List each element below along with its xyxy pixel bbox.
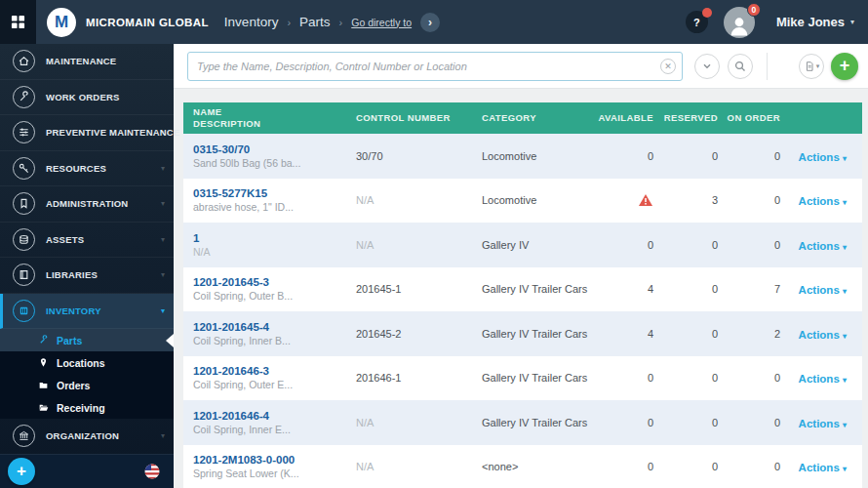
sidebar-item-work-orders[interactable]: WORK ORDERS — [0, 80, 174, 116]
wrench-icon — [13, 86, 35, 108]
chevron-down-icon: ▾ — [843, 198, 847, 207]
go-directly-chevron-icon[interactable]: › — [420, 13, 440, 32]
sidebar-item-maintenance[interactable]: MAINTENANCE — [0, 44, 174, 80]
on-order-count: 0 — [718, 194, 780, 206]
go-directly-link[interactable]: Go directly to — [351, 17, 412, 28]
clear-search-icon[interactable]: ✕ — [660, 59, 676, 74]
sidebar-item-assets[interactable]: ASSETS ▾ — [0, 223, 174, 259]
search-input[interactable] — [187, 52, 683, 81]
sidebar-item-organization[interactable]: ORGANIZATION ▾ — [0, 419, 174, 455]
on-order-count: 0 — [718, 239, 780, 251]
plus-icon: + — [840, 56, 850, 76]
sidebar-item-label: MAINTENANCE — [46, 56, 116, 66]
sidebar-footer: + — [0, 454, 174, 488]
on-order-count: 0 — [718, 372, 780, 384]
actions-menu-button[interactable]: Actions ▾ — [799, 329, 847, 341]
category: Locomotive — [472, 194, 595, 206]
user-menu[interactable]: Mike Jones — [776, 15, 845, 29]
reserved-count: 0 — [653, 417, 718, 428]
sidebar-subitem-receiving[interactable]: Receiving — [0, 396, 174, 419]
column-header-on-order: ON ORDER — [718, 112, 780, 124]
part-name-link[interactable]: 0315-5277K15 — [193, 187, 346, 199]
actions-menu-button[interactable]: Actions ▾ — [799, 462, 847, 473]
parts-table: NAMEDESCRIPTION CONTROL NUMBER CATEGORY … — [183, 102, 862, 488]
help-notification-dot — [702, 8, 712, 18]
sidebar-item-label: RESOURCES — [46, 163, 106, 174]
table-row: 1201-201645-4 Coil Spring, Inner B... 20… — [183, 311, 862, 356]
add-part-button[interactable]: + — [831, 53, 858, 80]
sidebar-item-resources[interactable]: RESOURCES ▾ — [0, 151, 174, 187]
coins-icon — [13, 228, 35, 251]
part-name-link[interactable]: 1201-2M1083-0-000 — [193, 454, 346, 466]
part-name-link[interactable]: 1201-201646-4 — [193, 410, 346, 422]
part-name-link[interactable]: 1201-201645-3 — [193, 276, 346, 288]
available-count: 4 — [595, 283, 653, 295]
user-avatar-button[interactable]: 0 — [724, 7, 755, 38]
table-row: 1201-201646-4 Coil Spring, Inner E... N/… — [183, 400, 862, 445]
logo-letter: M — [55, 14, 68, 30]
actions-menu-button[interactable]: Actions ▾ — [799, 284, 847, 296]
actions-menu-button[interactable]: Actions ▾ — [799, 151, 847, 163]
part-description: Coil Spring, Inner B... — [193, 335, 346, 346]
sidebar-subitem-parts[interactable]: Parts — [0, 329, 174, 351]
available-count: 4 — [595, 328, 653, 340]
sidebar-item-label: LIBRARIES — [46, 269, 98, 280]
sidebar-item-label: ASSETS — [46, 234, 84, 245]
sidebar-item-preventive-maintenance[interactable]: PREVENTIVE MAINTENANCE ▾ — [0, 115, 174, 151]
app-grid-button[interactable] — [0, 0, 36, 44]
sidebar-item-label: INVENTORY — [46, 305, 101, 316]
category: Gallery IV — [472, 239, 595, 251]
category: Locomotive — [472, 150, 595, 162]
breadcrumb-inventory[interactable]: Inventory — [224, 15, 279, 29]
search-options-button[interactable] — [694, 54, 720, 79]
actions-menu-button[interactable]: Actions ▾ — [799, 240, 847, 252]
category: <none> — [472, 461, 595, 472]
part-name-link[interactable]: 1201-201645-4 — [193, 321, 346, 333]
chevron-down-icon: ▾ — [161, 128, 165, 137]
inventory-submenu: Parts Locations Orders Receiving — [0, 329, 174, 419]
quick-add-button[interactable]: + — [8, 458, 35, 485]
actions-menu-button[interactable]: Actions ▾ — [799, 418, 847, 429]
help-button[interactable]: ? — [686, 11, 708, 33]
micromain-logo: M — [47, 8, 76, 37]
sidebar-subitem-label: Parts — [57, 335, 82, 346]
part-description: Coil Spring, Outer B... — [193, 290, 346, 302]
sidebar-item-label: ADMINISTRATION — [46, 198, 128, 209]
sidebar-item-inventory[interactable]: INVENTORY ▾ — [0, 294, 174, 330]
chevron-down-icon: ▾ — [843, 332, 847, 341]
table-row: 0315-30/70 Sand 50lb Bag (56 ba... 30/70… — [183, 134, 862, 179]
bank-icon — [13, 425, 35, 447]
chevron-down-icon: ▾ — [161, 306, 165, 315]
part-name-link[interactable]: 1 — [193, 232, 346, 244]
sidebar-subitem-locations[interactable]: Locations — [0, 351, 174, 374]
actions-menu-button[interactable]: Actions ▾ — [799, 373, 847, 385]
breadcrumb-parts[interactable]: Parts — [299, 15, 331, 29]
home-icon — [13, 50, 35, 72]
sidebar-subitem-orders[interactable]: Orders — [0, 374, 174, 396]
report-export-button[interactable]: ▾ — [799, 54, 824, 79]
chevron-down-icon: ▾ — [843, 154, 847, 163]
chevron-down-icon[interactable]: ▾ — [850, 18, 854, 26]
sidebar-item-libraries[interactable]: LIBRARIES ▾ — [0, 258, 174, 294]
language-flag-button[interactable] — [144, 464, 160, 479]
actions-menu-button[interactable]: Actions ▾ — [799, 195, 847, 207]
table-row: 1 N/A N/A Gallery IV 0 0 0 Actions ▾ — [183, 223, 862, 267]
part-name-link[interactable]: 1201-201646-3 — [193, 365, 346, 377]
on-order-count: 7 — [718, 283, 780, 295]
reserved-count: 0 — [653, 239, 718, 251]
sidebar-item-label: ORGANIZATION — [46, 430, 119, 441]
sidebar-item-administration[interactable]: ADMINISTRATION ▾ — [0, 186, 174, 223]
column-header-category: CATEGORY — [472, 112, 595, 124]
key-icon — [13, 157, 35, 180]
control-number: N/A — [346, 461, 472, 472]
us-flag-icon — [144, 464, 160, 479]
on-order-count: 0 — [718, 417, 780, 428]
question-icon: ? — [693, 17, 700, 28]
control-number: 201646-1 — [346, 372, 472, 384]
available-count: 0 — [595, 150, 653, 162]
part-name-link[interactable]: 0315-30/70 — [193, 143, 346, 155]
map-pin-icon — [37, 357, 49, 368]
search-button[interactable] — [728, 54, 753, 79]
chevron-down-icon: ▾ — [161, 431, 165, 440]
control-number: 30/70 — [346, 150, 472, 162]
